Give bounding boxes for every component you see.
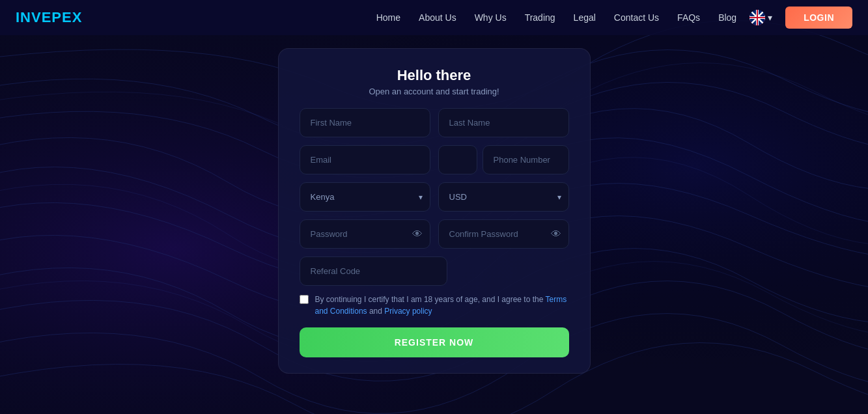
currency-select[interactable]: USD EUR GBP	[438, 182, 569, 212]
login-button[interactable]: LOGIN	[785, 7, 852, 29]
password-toggle-icon[interactable]: 👁	[412, 228, 423, 240]
password-input[interactable]	[300, 219, 430, 249]
nav-legal[interactable]: Legal	[574, 12, 596, 23]
register-button[interactable]: REGISTER NOW	[300, 327, 569, 357]
card-title: Hello there	[300, 67, 569, 84]
nav-faqs[interactable]: FAQs	[677, 12, 700, 23]
chevron-down-icon: ▾	[768, 12, 772, 23]
nav-home[interactable]: Home	[376, 12, 400, 23]
country-field: Kenya United States United Kingdom ▾	[300, 182, 430, 212]
phone-number-input[interactable]	[483, 145, 569, 174]
nav-why[interactable]: Why Us	[475, 12, 507, 23]
nav-links: Home About Us Why Us Trading Legal Conta…	[376, 12, 736, 23]
phone-code-input[interactable]: 254	[438, 145, 477, 174]
password-row: 👁 👁	[300, 219, 569, 249]
flag-icon	[749, 10, 765, 25]
confirm-password-toggle-icon[interactable]: 👁	[551, 228, 561, 240]
referral-row	[300, 256, 569, 286]
terms-checkbox[interactable]	[300, 295, 309, 304]
terms-row: By continuing I certify that I am 18 yea…	[300, 294, 569, 317]
name-row	[300, 108, 569, 137]
currency-field: USD EUR GBP ▾	[438, 182, 569, 212]
country-select[interactable]: Kenya United States United Kingdom	[300, 182, 430, 212]
nav-contact[interactable]: Contact Us	[614, 12, 659, 23]
last-name-field	[438, 108, 569, 137]
main-content: Hello there Open an account and start tr…	[0, 35, 868, 374]
password-field: 👁	[300, 219, 430, 249]
email-input[interactable]	[300, 145, 430, 174]
last-name-input[interactable]	[438, 108, 569, 137]
confirm-password-field: 👁	[438, 219, 569, 249]
email-field	[300, 145, 430, 174]
nav-about[interactable]: About Us	[419, 12, 456, 23]
nav-blog[interactable]: Blog	[718, 12, 736, 23]
terms-text: By continuing I certify that I am 18 yea…	[315, 294, 569, 317]
logo[interactable]: INVEPEX	[16, 9, 82, 26]
nav-trading[interactable]: Trading	[525, 12, 555, 23]
phone-field: 254	[438, 145, 569, 174]
referral-code-input[interactable]	[300, 256, 448, 286]
language-selector[interactable]: ▾	[749, 10, 772, 25]
card-subtitle: Open an account and start trading!	[300, 87, 569, 96]
country-currency-row: Kenya United States United Kingdom ▾ USD…	[300, 182, 569, 212]
registration-card: Hello there Open an account and start tr…	[278, 48, 591, 374]
navbar: INVEPEX Home About Us Why Us Trading Leg…	[0, 0, 868, 35]
privacy-link[interactable]: Privacy policy	[384, 307, 432, 316]
first-name-field	[300, 108, 430, 137]
email-phone-row: 254	[300, 145, 569, 174]
first-name-input[interactable]	[300, 108, 430, 137]
confirm-password-input[interactable]	[438, 219, 569, 249]
